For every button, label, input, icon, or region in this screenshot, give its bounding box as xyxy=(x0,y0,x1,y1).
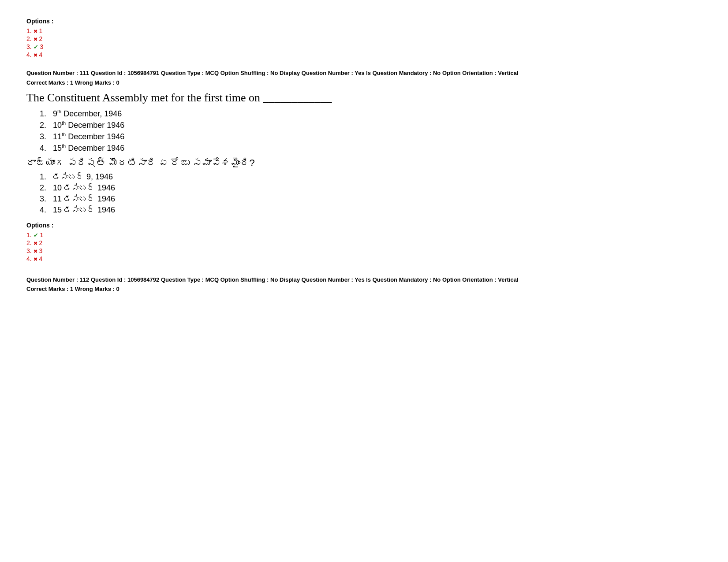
cross-icon: ✖ xyxy=(34,52,37,58)
answer-te-1: 1. డిసెంబర్ 9, 1946 xyxy=(40,172,702,182)
answer-te-3: 3. 11 డిసెంబర్ 1946 xyxy=(40,194,702,204)
option-num: 3. xyxy=(26,247,34,254)
answer-en-1: 1. 9th December, 1946 xyxy=(40,109,702,119)
cross-icon: ✖ xyxy=(34,257,37,262)
option-num: 2. xyxy=(26,239,34,246)
option-3-top: 3. ✔ 3 xyxy=(26,43,702,50)
answer-en-4: 4. 15th December 1946 xyxy=(40,143,702,153)
cross-icon: ✖ xyxy=(34,249,37,254)
option-num: 4. xyxy=(26,255,34,262)
option-num: 2. xyxy=(26,35,34,42)
option-value: 2 xyxy=(39,239,42,246)
option-value: 2 xyxy=(39,35,42,42)
question-111-meta: Question Number : 111 Question Id : 1056… xyxy=(26,69,702,78)
question-112-meta: Question Number : 112 Question Id : 1056… xyxy=(26,275,702,284)
option-num: 3. xyxy=(26,43,34,50)
option-value: 1 xyxy=(40,231,43,238)
question-111-marks: Correct Marks : 1 Wrong Marks : 0 xyxy=(26,79,702,86)
answer-en-2: 2. 10th December 1946 xyxy=(40,120,702,130)
option-value: 4 xyxy=(39,51,42,58)
option-2-top: 2. ✖ 2 xyxy=(26,35,702,42)
question-112-marks: Correct Marks : 1 Wrong Marks : 0 xyxy=(26,286,702,292)
option-value: 4 xyxy=(39,255,42,262)
question-112-section: Question Number : 112 Question Id : 1056… xyxy=(26,275,702,293)
answer-en-3: 3. 11th December 1946 xyxy=(40,132,702,141)
option-value: 3 xyxy=(40,43,43,50)
answer-list-en-111: 1. 9th December, 1946 2. 10th December 1… xyxy=(40,109,702,153)
question-111-text-te: రాజ్యాంగ పరిషత్ మొదటిసారి ఏ రోజు సమావేశమ… xyxy=(26,157,702,169)
cross-icon: ✖ xyxy=(34,241,37,246)
option-1-111: 1. ✔ 1 xyxy=(26,231,702,238)
option-value: 3 xyxy=(39,247,42,254)
option-num: 1. xyxy=(26,27,34,34)
answer-te-2: 2. 10 డిసెంబర్ 1946 xyxy=(40,183,702,193)
question-111-section: Question Number : 111 Question Id : 1056… xyxy=(26,69,702,262)
options-label-top: Options : xyxy=(26,18,702,25)
options-label-111: Options : xyxy=(26,222,702,229)
option-2-111: 2. ✖ 2 xyxy=(26,239,702,246)
option-num: 1. xyxy=(26,231,34,238)
option-1-top: 1. ✖ 1 xyxy=(26,27,702,34)
answer-list-te-111: 1. డిసెంబర్ 9, 1946 2. 10 డిసెంబర్ 1946 … xyxy=(40,172,702,215)
option-4-111: 4. ✖ 4 xyxy=(26,255,702,262)
cross-icon: ✖ xyxy=(34,37,37,42)
top-options-section: Options : 1. ✖ 1 2. ✖ 2 3. ✔ 3 4. ✖ 4 xyxy=(26,18,702,58)
answer-te-4: 4. 15 డిసెంబర్ 1946 xyxy=(40,205,702,215)
options-section-111: Options : 1. ✔ 1 2. ✖ 2 3. ✖ 3 4. ✖ 4 xyxy=(26,222,702,262)
option-4-top: 4. ✖ 4 xyxy=(26,51,702,58)
option-num: 4. xyxy=(26,51,34,58)
check-icon: ✔ xyxy=(34,232,38,238)
cross-icon: ✖ xyxy=(34,29,37,34)
check-icon: ✔ xyxy=(34,44,38,50)
option-value: 1 xyxy=(39,27,42,34)
option-3-111: 3. ✖ 3 xyxy=(26,247,702,254)
question-111-text-en: The Constituent Assembly met for the fir… xyxy=(26,91,702,104)
